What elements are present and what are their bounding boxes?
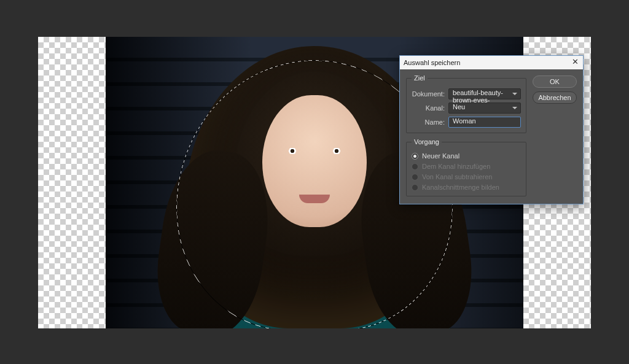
subject-mouth — [299, 195, 330, 203]
ok-button[interactable]: OK — [533, 76, 577, 88]
channel-label: Kanal: — [412, 104, 445, 112]
op-subtract-from-channel: Von Kanal subtrahieren — [412, 173, 521, 180]
cancel-button[interactable]: Abbrechen — [533, 91, 577, 104]
operation-legend: Vorgang — [412, 138, 442, 145]
destination-group: Ziel Dokument: beautiful-beauty-brown-ey… — [406, 74, 526, 133]
channel-select-value: Neu — [453, 103, 465, 110]
op-add-to-channel-label: Dem Kanal hinzufügen — [422, 163, 490, 170]
save-selection-dialog: Auswahl speichern ✕ Ziel Dokument: beaut… — [399, 55, 584, 204]
radio-icon — [412, 184, 418, 191]
op-new-channel[interactable]: Neuer Kanal — [412, 152, 521, 160]
name-label: Name: — [412, 118, 445, 126]
op-new-channel-label: Neuer Kanal — [422, 152, 459, 160]
name-input[interactable]: Woman — [448, 117, 521, 128]
destination-legend: Ziel — [412, 74, 428, 82]
document-label: Dokument: — [412, 90, 445, 98]
radio-icon — [412, 174, 418, 180]
op-subtract-from-channel-label: Von Kanal subtrahieren — [422, 173, 492, 180]
dialog-titlebar[interactable]: Auswahl speichern ✕ — [400, 56, 583, 69]
transparency-checker-left — [38, 37, 106, 328]
subject-face — [262, 95, 367, 227]
op-add-to-channel: Dem Kanal hinzufügen — [412, 163, 521, 170]
close-icon[interactable]: ✕ — [571, 58, 579, 67]
operation-group: Vorgang Neuer Kanal Dem Kanal hinzufügen… — [406, 138, 526, 196]
radio-icon — [412, 163, 418, 170]
op-intersect-with-channel-label: Kanalschnittmenge bilden — [422, 184, 499, 191]
channel-select[interactable]: Neu — [448, 103, 521, 114]
radio-icon — [412, 153, 418, 160]
name-input-value: Woman — [453, 117, 476, 125]
dialog-title: Auswahl speichern — [404, 56, 460, 69]
op-intersect-with-channel: Kanalschnittmenge bilden — [412, 184, 521, 191]
document-select[interactable]: beautiful-beauty-brown-eyes-1065… — [448, 88, 521, 99]
